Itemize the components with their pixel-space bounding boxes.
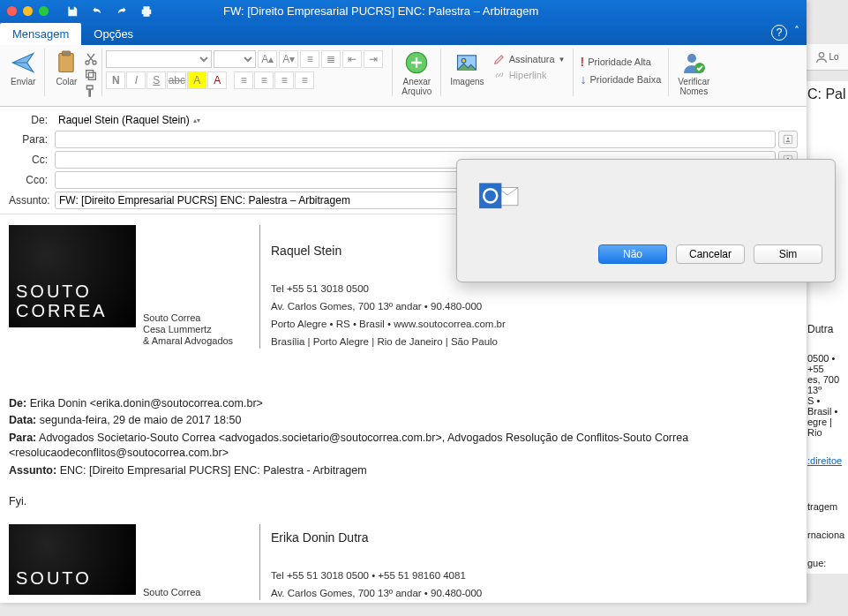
save-icon[interactable] [66,5,79,18]
sig2-addr: Av. Carlos Gomes, 700 13º andar • 90.480… [271,586,482,600]
underline-icon[interactable]: S [146,71,166,89]
logo-image-2: SOUTO [9,524,136,595]
bullets-icon[interactable]: ≡ [300,50,319,68]
sig-addr: Av. Carlos Gomes, 700 13º andar • 90.480… [271,299,506,313]
align-center-icon[interactable]: ≡ [254,71,274,89]
dialog-no-button[interactable]: Não [598,244,667,264]
font-select[interactable] [106,50,212,68]
dialog-yes-button[interactable]: Sim [754,244,822,264]
indent-icon[interactable]: ⇥ [364,50,383,68]
verify-names-button[interactable]: Verificar Nomes [672,49,715,98]
zoom-icon[interactable] [39,6,49,16]
minimize-icon[interactable] [23,6,33,16]
fwd-subject: Assunto: ENC: [Direito Empresarial PUCRS… [9,463,798,479]
tab-options[interactable]: Opções [81,23,146,45]
titlebar: FW: [Direito Empresarial PUCRS] ENC: Pal… [0,0,807,22]
copy-icon[interactable] [84,68,98,82]
grow-font-icon[interactable]: A▴ [258,50,277,68]
priority-low-button[interactable]: ↓ Prioridade Baixa [577,71,665,87]
to-label: Para: [9,133,55,146]
sig2-tel: Tel +55 51 3018 0500 • +55 51 98160 4081 [271,568,482,582]
svg-rect-1 [59,54,73,72]
hyperlink-button[interactable]: Hiperlink [490,68,569,82]
svg-point-0 [820,52,824,56]
window-controls[interactable] [7,6,49,16]
size-select[interactable] [214,50,256,68]
window-title: FW: [Direito Empresarial PUCRS] ENC: Pal… [223,4,538,18]
redo-icon[interactable] [116,5,128,18]
behind-window-fragment: C: Pal Dutra 0500 • +55 es, 700 13º S • … [806,81,848,574]
attach-button[interactable]: Anexar Arquivo [396,49,437,98]
logo-tagline-2: Souto Correa [143,587,249,603]
svg-point-9 [462,58,467,63]
svg-point-10 [687,54,696,63]
from-label: De: [9,114,55,126]
priority-high-button[interactable]: ! Prioridade Alta [577,54,665,70]
numbering-icon[interactable]: ≣ [321,50,341,68]
close-icon[interactable] [7,6,17,16]
print-icon[interactable] [140,5,153,18]
collapse-ribbon-icon[interactable]: ˄ [794,25,799,41]
outlook-icon [475,176,522,223]
format-toolbar: A▴ A▾ ≡ ≣ ⇤ ⇥ N I S abc A A ≡ ≡ ≡ ≡ [106,49,388,89]
format-painter-icon[interactable] [84,84,98,98]
svg-rect-6 [86,71,94,78]
fwd-date: Data: segunda-feira, 29 de maio de 2017 … [9,413,798,429]
svg-rect-5 [89,72,96,79]
align-right-icon[interactable]: ≡ [274,71,294,89]
sig2-name: Erika Donin Dutra [271,530,482,547]
ribbon-tabs: Mensagem Opções ? ˄ [0,22,807,45]
cut-icon[interactable] [84,52,98,66]
from-field[interactable]: Raquel Stein (Raquel Stein)▴▾ [55,112,798,128]
confirm-dialog: Não Cancelar Sim [456,159,836,282]
bold-icon[interactable]: N [106,71,125,89]
send-button[interactable]: Enviar [5,49,41,88]
fwd-to: Para: Advogados Societario-Souto Correa … [9,431,798,462]
help-icon[interactable]: ? [771,25,787,41]
behind-login: Lo [806,44,848,71]
strike-icon[interactable]: abc [167,71,186,89]
align-left-icon[interactable]: ≡ [234,71,253,89]
shrink-font-icon[interactable]: A▾ [279,50,298,68]
justify-icon[interactable]: ≡ [295,71,314,89]
body-text: Fyi. [9,494,798,510]
sig-tel: Tel +55 51 3018 0500 [271,282,506,296]
logo-tagline: Souto Correa Cesa Lummertz & Amaral Advo… [143,312,249,352]
italic-icon[interactable]: I [126,71,146,89]
cc-label: Cc: [9,154,55,166]
images-button[interactable]: Imagens [445,49,489,88]
bcc-label: Cco: [9,174,55,186]
fwd-from: De: Erika Donin <erika.donin@soutocorrea… [9,396,798,412]
outdent-icon[interactable]: ⇤ [342,50,362,68]
svg-rect-2 [63,51,71,56]
sig-city: Porto Alegre • RS • Brasil • www.soutoco… [271,317,506,331]
ribbon: Enviar Colar A▴ A▾ ≡ ≣ ⇤ ⇥ N I S abc A A [0,45,807,107]
svg-point-13 [787,138,789,139]
logo-image: SOUTO CORREA [9,225,136,327]
tab-message[interactable]: Mensagem [0,23,81,45]
dialog-cancel-button[interactable]: Cancelar [676,244,745,264]
highlight-icon[interactable]: A [187,71,206,89]
to-field[interactable] [55,131,776,148]
signature-button[interactable]: Assinatura▼ [490,52,569,66]
sig-offices: Brasília | Porto Alegre | Rio de Janeiro… [271,334,506,349]
paste-button[interactable]: Colar [49,49,84,98]
undo-icon[interactable] [91,5,103,18]
fontcolor-icon[interactable]: A [207,71,227,89]
subject-label: Assunto: [9,194,55,207]
to-addressbook-icon[interactable] [778,131,798,148]
